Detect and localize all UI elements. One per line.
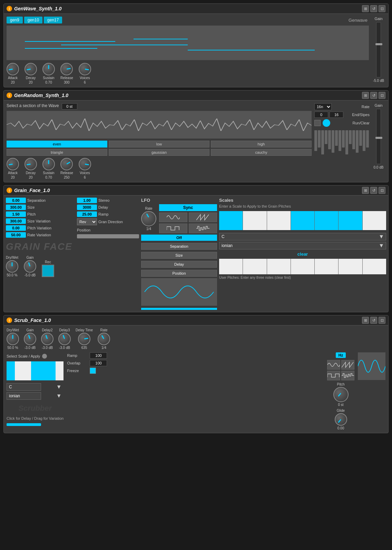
- lfo-off-btn[interactable]: Off: [141, 235, 217, 241]
- lfo-rate-knob[interactable]: [141, 211, 156, 226]
- scrub-keyboard[interactable]: [7, 361, 63, 380]
- delay-value[interactable]: 3000: [77, 205, 97, 210]
- dry-wet-knob[interactable]: [6, 260, 18, 273]
- key-c2[interactable]: [219, 259, 243, 274]
- scrub-rate-knob[interactable]: [98, 333, 110, 345]
- scrub-key-b[interactable]: [56, 361, 64, 380]
- genwave-ctrl-1[interactable]: ⊞: [362, 5, 369, 12]
- ramp-value[interactable]: 25.00: [77, 211, 97, 217]
- gr-release-knob[interactable]: [60, 158, 73, 170]
- seq-bar-4[interactable]: [325, 130, 327, 144]
- lfo-shape-sine[interactable]: [159, 212, 187, 222]
- lfo-shape-sawtooth[interactable]: [189, 212, 217, 222]
- release-knob[interactable]: [60, 63, 73, 75]
- genwave-gain-slider[interactable]: [376, 22, 381, 77]
- freeze-checkbox[interactable]: [90, 368, 96, 374]
- pitch-knob[interactable]: [333, 387, 349, 402]
- lfo-shape-random[interactable]: [189, 224, 217, 233]
- dist-even[interactable]: even: [7, 141, 107, 148]
- key-b[interactable]: [363, 211, 386, 230]
- dist-cauchy[interactable]: cauchy: [211, 149, 312, 156]
- sustain-knob[interactable]: [42, 63, 55, 75]
- key-g2[interactable]: [315, 259, 338, 274]
- seq-bar-3[interactable]: [321, 130, 324, 154]
- scrub-delay3-knob[interactable]: [58, 333, 71, 345]
- stereo-value[interactable]: 1.00: [77, 198, 97, 203]
- glide-knob[interactable]: [335, 413, 347, 426]
- genwave-wave-display[interactable]: [7, 26, 369, 60]
- decay-knob[interactable]: [24, 63, 37, 75]
- scrub-key-c[interactable]: [7, 361, 15, 380]
- scrub-delay-time-knob[interactable]: [78, 333, 90, 345]
- size-value[interactable]: 300.00: [6, 205, 26, 210]
- scrub-ctrl-2[interactable]: ↺: [370, 317, 377, 324]
- grain-keyboard-small[interactable]: [219, 259, 386, 274]
- grain-ctrl-3[interactable]: ⊡: [379, 187, 385, 194]
- key-c[interactable]: [219, 211, 243, 230]
- tab-gen9[interactable]: gen9: [7, 17, 23, 23]
- key-a[interactable]: [339, 211, 362, 230]
- pitch-value[interactable]: 1.50: [6, 211, 26, 217]
- gr-voices-knob[interactable]: [79, 158, 91, 170]
- dist-low[interactable]: low: [109, 141, 209, 148]
- genrandom-gain-slider[interactable]: [376, 109, 381, 164]
- lfo-position-btn[interactable]: Position: [141, 270, 217, 277]
- grain-gain-knob[interactable]: [24, 260, 36, 273]
- scrub-lfo-square[interactable]: [327, 371, 340, 380]
- lfo-delay-btn[interactable]: Delay: [141, 261, 217, 268]
- dist-high[interactable]: high: [211, 141, 312, 148]
- scrub-lfo-sine[interactable]: [327, 360, 340, 370]
- genwave-ctrl-3[interactable]: ⊡: [379, 5, 385, 12]
- key-select[interactable]: C: [219, 233, 386, 240]
- seq-bar-6[interactable]: [332, 130, 334, 153]
- genrandom-ctrl-1[interactable]: ⊞: [362, 92, 369, 99]
- key-e2[interactable]: [267, 259, 291, 274]
- grain-ctrl-1[interactable]: ⊞: [362, 187, 369, 194]
- key-b2[interactable]: [363, 259, 386, 274]
- scrub-lfo-saw[interactable]: [341, 360, 354, 370]
- clear-toggle[interactable]: [323, 119, 330, 127]
- size-var-value[interactable]: 300.00: [6, 218, 26, 224]
- mode-select[interactable]: ionian: [219, 242, 386, 249]
- seq-bar-9[interactable]: [342, 130, 345, 148]
- overlap-input[interactable]: [90, 360, 107, 366]
- st-input[interactable]: [62, 103, 77, 110]
- lfo-size-btn[interactable]: Size: [141, 252, 217, 259]
- seq-bar-13[interactable]: [356, 130, 359, 153]
- ramp-input[interactable]: [90, 352, 107, 359]
- seq-bar-15[interactable]: [363, 130, 365, 151]
- scrub-key-g[interactable]: [39, 361, 48, 380]
- scrub-key-a[interactable]: [47, 361, 56, 380]
- clear-btn[interactable]: clear: [219, 251, 386, 257]
- grain-ctrl-2[interactable]: ↺: [370, 187, 377, 194]
- seq-bar-2[interactable]: [318, 130, 321, 148]
- seq-bar-5[interactable]: [328, 130, 331, 149]
- key-d[interactable]: [243, 211, 266, 230]
- tab-gen10[interactable]: gen10: [24, 17, 42, 23]
- scrub-key-d[interactable]: [15, 361, 23, 380]
- scale-dot[interactable]: [42, 354, 47, 359]
- gr-attack-knob[interactable]: [7, 158, 19, 170]
- key-e[interactable]: [267, 211, 291, 230]
- position-slider[interactable]: [77, 234, 139, 238]
- seq-bar-12[interactable]: [352, 130, 355, 149]
- attack-knob[interactable]: [7, 63, 19, 75]
- end-input[interactable]: [314, 112, 328, 118]
- pitch-var-value[interactable]: 0.00: [6, 225, 26, 231]
- gr-decay-knob[interactable]: [24, 158, 37, 170]
- rate-var-value[interactable]: 50.00: [6, 232, 26, 238]
- tab-gen17[interactable]: gen17: [44, 17, 62, 23]
- lfo-separation-btn[interactable]: Separation: [141, 243, 217, 250]
- scrub-key-f[interactable]: [31, 361, 39, 380]
- scrub-progress[interactable]: [7, 423, 41, 426]
- separation-value[interactable]: 0.00: [6, 198, 26, 203]
- scrub-key-select[interactable]: C: [7, 383, 41, 391]
- genrandom-ctrl-3[interactable]: ⊡: [379, 92, 385, 99]
- key-f[interactable]: [291, 211, 314, 230]
- seq-bar-14[interactable]: [359, 130, 362, 146]
- scrub-ctrl-1[interactable]: ⊞: [362, 317, 369, 324]
- run-toggle[interactable]: [314, 120, 321, 126]
- scrub-key-e[interactable]: [23, 361, 31, 380]
- genrandom-waveform[interactable]: [7, 111, 312, 139]
- scrub-ctrl-3[interactable]: ⊡: [379, 317, 385, 324]
